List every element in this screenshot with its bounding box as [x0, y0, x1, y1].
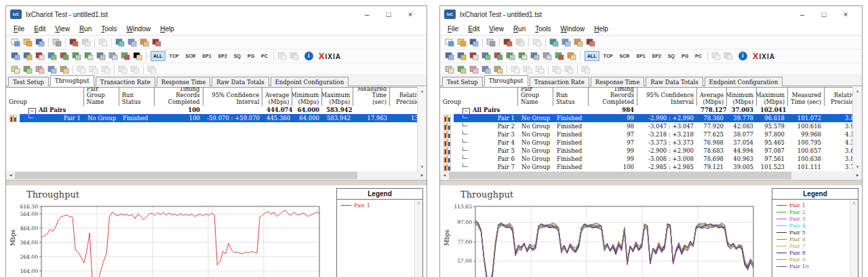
priority-icon[interactable] — [132, 51, 144, 62]
cut-icon[interactable] — [114, 37, 126, 48]
scroll-left-icon[interactable]: ◂ — [440, 171, 449, 180]
new-file-icon[interactable] — [443, 37, 456, 48]
new-file-icon[interactable] — [9, 37, 22, 48]
scrollbar-thumb[interactable] — [449, 172, 791, 179]
add-multicast-group-icon[interactable] — [456, 51, 468, 62]
collapse-icon[interactable]: − — [28, 108, 36, 114]
scrollbar-thumb[interactable] — [15, 172, 357, 179]
add-multicast-group-icon[interactable] — [22, 51, 34, 62]
priority-icon[interactable] — [566, 51, 578, 62]
tab-throughput[interactable]: Throughput — [50, 75, 94, 86]
pair-row-pair-4[interactable]: └─Pair 4No GroupFinished97-3.373 : +3.37… — [440, 138, 862, 147]
copy-icon[interactable] — [126, 37, 138, 48]
pair-row-pair-1[interactable]: └─Pair 1No GroupFinished100-59.070 : +59… — [6, 114, 427, 122]
pair-row-pair-7[interactable]: └─Pair 7No GroupFinished100-2.985 : +2.9… — [440, 163, 862, 171]
filter-scr[interactable]: SCR — [183, 51, 199, 61]
open-file-icon[interactable] — [456, 37, 468, 48]
filter-tcp[interactable]: TCP — [601, 51, 616, 61]
maximize-button[interactable]: □ — [378, 10, 399, 18]
tab-throughput[interactable]: Throughput — [484, 75, 528, 86]
save-icon[interactable] — [34, 37, 46, 48]
tab-response-time[interactable]: Response Time — [157, 77, 210, 86]
legend-scrollbar[interactable]: ∧ — [414, 200, 422, 277]
column-header-average[interactable]: Average(Mbps) — [697, 88, 727, 107]
camera-icon[interactable] — [505, 51, 517, 62]
close-button[interactable]: × — [835, 10, 856, 18]
table-vertical-scrollbar[interactable]: ▴▾ — [417, 87, 427, 171]
column-header-group[interactable]: Group — [440, 88, 518, 107]
pair-row-pair-5[interactable]: └─Pair 5No GroupFinished99-2.900 : +2.90… — [440, 147, 862, 155]
print-icon[interactable] — [51, 37, 63, 48]
table-horizontal-scrollbar[interactable]: ◂▸ — [440, 171, 862, 180]
filter-ep2[interactable]: EP2 — [650, 51, 664, 61]
edit-script-icon[interactable] — [83, 51, 95, 62]
column-header-measured[interactable]: MeasuredTime (sec) — [353, 88, 390, 107]
paste-icon[interactable] — [138, 37, 151, 48]
filter-all[interactable]: ALL — [585, 51, 599, 61]
column-header-minimum[interactable]: Minimum(Mbps) — [292, 88, 322, 107]
filter-sq[interactable]: SQ — [665, 51, 677, 61]
reports-icon[interactable] — [107, 51, 119, 62]
performance-icon[interactable] — [529, 51, 541, 62]
menu-run[interactable]: Run — [75, 24, 96, 33]
minimize-button[interactable]: – — [791, 10, 813, 18]
filter-pc[interactable]: PC — [692, 51, 705, 61]
all-pairs-row[interactable]: −All Pairs984778.12737.003102.041 — [440, 106, 862, 114]
tab-endpoint-configuration[interactable]: Endpoint Configuration — [271, 77, 349, 86]
tab-test-setup[interactable]: Test Setup — [8, 77, 49, 86]
tab-raw-data-totals[interactable]: Raw Data Totals — [646, 77, 703, 86]
column-header-minimum[interactable]: Minimum(Mbps) — [727, 88, 757, 107]
menu-view[interactable]: View — [50, 24, 75, 33]
menu-tools[interactable]: Tools — [96, 24, 121, 33]
menu-tools[interactable]: Tools — [530, 24, 555, 33]
table-vertical-scrollbar[interactable]: ▴▾ — [852, 87, 862, 171]
reports-icon[interactable] — [541, 51, 553, 62]
column-header-measured[interactable]: MeasuredTime (sec) — [788, 88, 825, 107]
column-header-pair-group[interactable]: Pair GroupName — [84, 88, 119, 107]
pair-row-pair-1[interactable]: └─Pair 1No GroupFinished99-2.990 : +2.99… — [440, 114, 862, 122]
menu-edit[interactable]: Edit — [29, 24, 50, 33]
pair-row-pair-2[interactable]: └─Pair 2No GroupFinished98-3.047 : +3.04… — [440, 122, 862, 130]
run-test-icon[interactable] — [68, 37, 80, 48]
edit-script-icon[interactable] — [517, 51, 529, 62]
column-header-maximum[interactable]: Maximum(Mbps) — [322, 88, 353, 107]
column-header-timing-records[interactable]: Timing RecordsCompleted — [589, 88, 637, 107]
filter-tcp[interactable]: TCP — [167, 51, 182, 61]
column-header-run-status[interactable]: Run Status — [553, 88, 589, 107]
collapse-icon[interactable]: − — [462, 108, 470, 114]
find-icon[interactable] — [585, 37, 597, 48]
tab-endpoint-configuration[interactable]: Endpoint Configuration — [705, 77, 783, 86]
menu-file[interactable]: File — [443, 24, 463, 33]
filter-all[interactable]: ALL — [151, 51, 165, 61]
scroll-right-icon[interactable]: ▸ — [418, 171, 427, 180]
filter-scr[interactable]: SCR — [617, 51, 633, 61]
table-horizontal-scrollbar[interactable]: ◂▸ — [6, 171, 427, 180]
add-pair-icon[interactable] — [9, 51, 22, 62]
print-icon[interactable] — [485, 37, 497, 48]
menu-help[interactable]: Help — [155, 24, 179, 33]
column-header-95-confidence[interactable]: 95% ConfidenceInterval — [203, 88, 263, 107]
column-header-pair-group[interactable]: Pair GroupName — [518, 88, 553, 107]
menu-help[interactable]: Help — [589, 24, 613, 33]
add-video-pair-icon[interactable] — [480, 51, 492, 62]
scroll-left-icon[interactable]: ◂ — [6, 171, 15, 180]
menu-window[interactable]: Window — [556, 24, 590, 33]
pair-row-pair-6[interactable]: └─Pair 6No GroupFinished99-3.008 : +3.00… — [440, 155, 862, 163]
info-icon[interactable]: i — [738, 52, 747, 60]
datagram-icon[interactable] — [119, 51, 132, 62]
filter-ep1[interactable]: EP1 — [633, 51, 648, 61]
titlebar[interactable]: IxC IxChariot Test - untitled1.tst – □ × — [6, 6, 427, 22]
column-header-95-confidence[interactable]: 95% ConfidenceInterval — [637, 88, 697, 107]
maximize-button[interactable]: □ — [813, 10, 835, 18]
copy-icon[interactable] — [560, 37, 572, 48]
menu-file[interactable]: File — [9, 24, 29, 33]
filter-pg[interactable]: PG — [679, 51, 691, 61]
pair-row-pair-3[interactable]: └─Pair 3No GroupFinished97-3.218 : +3.21… — [440, 130, 862, 138]
close-button[interactable]: × — [399, 10, 421, 18]
column-header-maximum[interactable]: Maximum(Mbps) — [757, 88, 788, 107]
save-icon[interactable] — [468, 37, 480, 48]
datagram-icon[interactable] — [553, 51, 566, 62]
paste-icon[interactable] — [572, 37, 585, 48]
filter-pg[interactable]: PG — [245, 51, 257, 61]
performance-icon[interactable] — [95, 51, 107, 62]
